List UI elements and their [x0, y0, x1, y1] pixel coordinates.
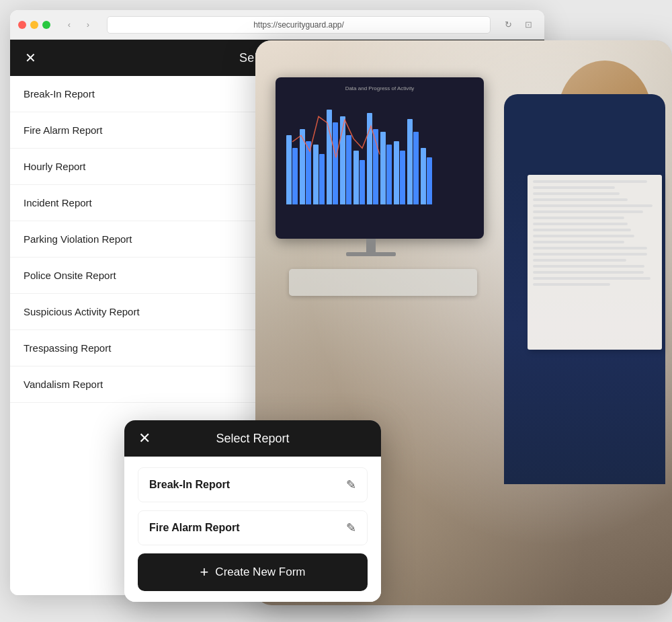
paper-line-7	[533, 223, 628, 225]
paper-line-4	[533, 204, 653, 207]
forward-button[interactable]: ›	[80, 17, 96, 33]
bar-dark-9	[413, 132, 419, 204]
monitor-base	[346, 252, 396, 256]
browser-titlebar: ‹ › https://securityguard.app/ ↻ ⊡	[10, 10, 544, 40]
chart-monitor: Data and Progress of Activity	[276, 77, 484, 239]
bar-light-4	[340, 116, 345, 204]
edit-icon-0[interactable]: ✎	[346, 477, 356, 492]
modal-front: ✕ Select Report Break-In Report✎Fire Ala…	[124, 420, 381, 602]
paper-line-15	[533, 271, 644, 274]
bar-dark-8	[400, 151, 405, 204]
paper-line-13	[533, 259, 626, 262]
modal-front-body: Break-In Report✎Fire Alarm Report✎+Creat…	[124, 457, 381, 602]
bar-group-1	[300, 129, 311, 205]
paper-line-0	[533, 180, 647, 183]
create-new-form-label: Create New Form	[215, 566, 305, 579]
minimize-button[interactable]	[30, 21, 38, 29]
paper-line-1	[533, 186, 615, 189]
bar-dark-10	[427, 157, 432, 204]
paper-line-5	[533, 210, 643, 213]
plus-icon: +	[200, 563, 209, 581]
paper-line-8	[533, 229, 631, 231]
bar-group-7	[380, 132, 392, 204]
front-report-label-0: Break-In Report	[149, 479, 230, 491]
paper-line-3	[533, 198, 628, 201]
front-report-label-1: Fire Alarm Report	[149, 522, 240, 534]
report-item-front-1[interactable]: Fire Alarm Report✎	[138, 510, 368, 545]
modal-front-title: Select Report	[216, 432, 289, 446]
chart-title: Data and Progress of Activity	[284, 85, 476, 91]
bar-dark-5	[360, 160, 365, 204]
bar-light-9	[407, 119, 413, 204]
modal-back-close-button[interactable]: ✕	[21, 48, 40, 67]
bar-light-3	[327, 110, 332, 204]
browser-nav: ‹ ›	[61, 17, 96, 33]
bar-light-2	[313, 145, 319, 204]
bar-dark-4	[346, 135, 351, 204]
monitor-stand	[366, 239, 376, 252]
modal-front-header: ✕ Select Report	[124, 420, 381, 457]
paper-line-10	[533, 241, 624, 243]
bar-light-10	[421, 148, 426, 204]
bar-light-0	[286, 135, 292, 204]
bar-group-0	[286, 135, 298, 204]
bar-group-8	[394, 141, 405, 204]
bar-group-9	[407, 119, 419, 204]
bar-group-10	[421, 148, 432, 204]
bar-group-3	[327, 110, 338, 204]
paper-line-11	[533, 247, 647, 249]
address-bar[interactable]: https://securityguard.app/	[107, 16, 491, 34]
reload-button[interactable]: ↻	[501, 18, 515, 32]
close-button[interactable]	[18, 21, 26, 29]
paper-line-9	[533, 235, 634, 237]
bar-group-2	[313, 145, 325, 204]
bar-light-7	[380, 132, 386, 204]
paper-line-16	[533, 277, 650, 280]
back-button[interactable]: ‹	[61, 17, 77, 33]
paper-line-17	[533, 283, 610, 286]
bar-light-1	[300, 129, 305, 205]
paper-lines	[533, 180, 657, 286]
paper-line-12	[533, 253, 647, 256]
bar-group-5	[353, 151, 365, 204]
expand-button[interactable]: ⊡	[520, 17, 536, 33]
bar-light-5	[353, 151, 359, 204]
maximize-button[interactable]	[42, 21, 50, 29]
keyboard	[289, 269, 477, 296]
bar-dark-6	[373, 129, 378, 205]
bar-group-4	[340, 116, 351, 204]
modal-front-close-button[interactable]: ✕	[135, 429, 154, 448]
bar-dark-0	[292, 148, 298, 204]
bar-dark-7	[386, 145, 392, 204]
chart-area	[284, 97, 476, 204]
paper	[528, 175, 662, 350]
paper-line-6	[533, 217, 624, 219]
bar-light-8	[394, 141, 399, 204]
paper-line-14	[533, 265, 644, 268]
report-item-front-0[interactable]: Break-In Report✎	[138, 467, 368, 502]
bar-dark-1	[306, 141, 311, 204]
create-new-form-button[interactable]: +Create New Form	[138, 553, 368, 591]
bar-group-6	[367, 113, 378, 204]
edit-icon-1[interactable]: ✎	[346, 520, 356, 535]
bar-dark-2	[319, 154, 325, 204]
chart-trend-line	[284, 97, 476, 204]
traffic-lights	[18, 21, 50, 29]
paper-line-2	[533, 192, 620, 195]
bar-light-6	[367, 113, 372, 204]
bar-dark-3	[333, 122, 338, 204]
